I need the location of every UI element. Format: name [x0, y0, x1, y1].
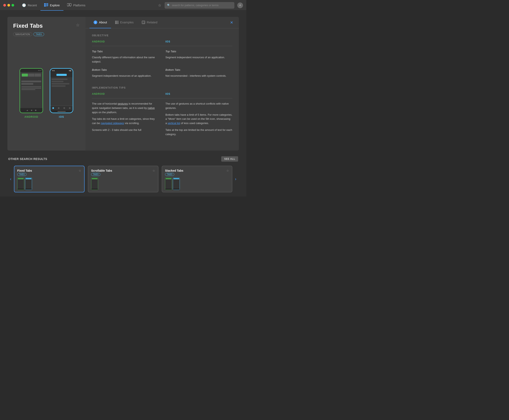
impl-ios-content: The use of gestures as a shortcut confli… — [165, 102, 232, 138]
objective-section: OBJECTIVE ANDROID iOS Top Tabs Classify … — [92, 34, 232, 80]
android-back-button — [26, 110, 28, 111]
ios-label: iOS — [59, 115, 64, 118]
navigated-sideways-link[interactable]: navigated sideways — [101, 122, 124, 125]
results-title: OTHER SEARCH RESULTS — [8, 157, 47, 161]
ios-tab-dot — [52, 107, 54, 109]
preview-android — [165, 178, 172, 190]
result-card-fixed-tabs[interactable]: Fixed Tabs TABS ☆ — [14, 166, 85, 192]
preview-ios — [25, 178, 32, 190]
ios-phone: 9:41 — [50, 68, 73, 113]
result-card-star[interactable]: ☆ — [79, 169, 81, 172]
android-status-dot — [41, 70, 41, 71]
tab-related[interactable]: Related — [138, 17, 162, 28]
result-card-star[interactable]: ☆ — [153, 169, 155, 172]
android-content-block — [21, 88, 41, 89]
result-card-title: Fixed Tabs — [17, 169, 32, 172]
search-bar: 🔍 — [165, 2, 234, 9]
result-card-stacked-tabs[interactable]: Stacked Tabs TABS ☆ — [162, 166, 232, 192]
android-status-bar — [20, 69, 42, 72]
result-card-header: Fixed Tabs TABS ☆ — [17, 169, 81, 176]
avatar[interactable]: A — [237, 2, 243, 8]
preview-ios — [173, 178, 180, 190]
minimize-button[interactable] — [8, 4, 10, 7]
tab-examples[interactable]: Examples — [111, 17, 138, 28]
android-status-dot — [39, 70, 40, 71]
ios-home-bar — [57, 111, 66, 112]
left-panel-header: Fixed Tabs ☆ — [13, 22, 80, 29]
tag-navigation[interactable]: NAVIGATION — [13, 32, 32, 36]
android-tab-active — [22, 74, 28, 76]
results-row: ‹ Fixed Tabs TABS ☆ — [8, 166, 239, 192]
preview-nav — [165, 189, 172, 190]
ios-status-icons — [69, 70, 71, 72]
next-arrow[interactable]: › — [232, 176, 239, 182]
nav-recent[interactable]: 🕐 Recent — [18, 0, 40, 11]
preview-nav — [17, 189, 24, 190]
nav-items: 🕐 Recent Explore — [18, 0, 158, 11]
android-tab — [35, 74, 41, 76]
close-button[interactable] — [3, 4, 6, 7]
preview-inner — [25, 179, 32, 189]
tab-header: i About Examples Related ✕ — [85, 17, 239, 28]
android-tab-bar — [21, 73, 41, 77]
android-bottom-tabs-body: Segment independent resources of an appl… — [92, 74, 159, 78]
preview-inner — [91, 179, 98, 189]
phone-showcase: ANDROID 9:41 — [13, 40, 80, 146]
vertical-list-link[interactable]: vertical list — [168, 122, 180, 125]
search-results-section: OTHER SEARCH RESULTS SEE ALL ‹ Fixed Tab… — [8, 156, 239, 192]
android-content-block — [21, 89, 35, 90]
platforms-icon — [67, 3, 72, 7]
ios-nav-title — [56, 74, 67, 76]
close-panel-button[interactable]: ✕ — [228, 20, 235, 26]
result-cards: Fixed Tabs TABS ☆ — [14, 166, 232, 192]
nav-platforms[interactable]: Platforms — [63, 0, 89, 11]
svg-rect-9 — [70, 6, 71, 6]
result-card-scrollable-tabs[interactable]: Scrollable Tabs TABS ☆ — [88, 166, 158, 192]
ios-bottom-tabs: Bottom Tabs Not recommended - interferes… — [165, 68, 232, 80]
android-top-tabs-body: Classify different types of information … — [92, 55, 159, 64]
search-input[interactable] — [172, 4, 232, 7]
preview-android — [17, 178, 24, 190]
ios-time: 9:41 — [52, 70, 55, 71]
android-content-area — [20, 72, 42, 108]
android-recents-button — [35, 110, 36, 111]
ios-bottom-tabs-title: Bottom Tabs — [165, 68, 232, 72]
impl-android-header: ANDROID — [92, 92, 159, 95]
preview-inner — [173, 179, 180, 189]
svg-rect-7 — [69, 3, 71, 6]
preview-inner — [165, 179, 172, 189]
ios-tab-active — [50, 106, 56, 110]
ios-tab-bar — [50, 106, 73, 110]
svg-rect-2 — [46, 4, 48, 5]
titlebar: 🕐 Recent Explore — [0, 0, 246, 11]
android-header: ANDROID — [92, 40, 159, 43]
divider — [92, 46, 232, 46]
nav-explore[interactable]: Explore — [40, 0, 63, 11]
favorites-star-button[interactable]: ☆ — [158, 3, 161, 8]
result-card-preview — [17, 178, 81, 190]
right-content: OBJECTIVE ANDROID iOS Top Tabs Classify … — [85, 28, 239, 150]
android-phone-wrapper: ANDROID — [20, 68, 43, 118]
impl-ios-text3: Tabs at the top are limited be the amoun… — [165, 128, 232, 137]
result-card-title: Stacked Tabs — [165, 169, 183, 172]
info-icon: i — [93, 21, 97, 24]
result-card-star[interactable]: ☆ — [226, 169, 229, 172]
android-bottom-tabs-title: Bottom Tabs — [92, 68, 159, 72]
pattern-title: Fixed Tabs — [13, 22, 43, 29]
tag-tabs[interactable]: TABS — [33, 32, 44, 36]
clock-icon: 🕐 — [22, 3, 26, 7]
ios-home-indicator — [50, 110, 73, 112]
prev-arrow[interactable]: ‹ — [8, 176, 14, 182]
android-content-block — [21, 86, 41, 87]
ios-signal — [70, 70, 70, 71]
android-bottom-tabs: Bottom Tabs Segment independent resource… — [92, 68, 159, 80]
see-all-button[interactable]: SEE ALL — [221, 156, 238, 162]
ios-content-block — [52, 81, 63, 82]
android-top-tabs-title: Top Tabs — [92, 49, 159, 54]
ios-content-block — [52, 83, 69, 84]
tab-about[interactable]: i About — [90, 17, 111, 28]
pattern-favorite-button[interactable]: ☆ — [76, 22, 80, 28]
explore-icon — [44, 3, 48, 7]
nav-platforms-label: Platforms — [73, 4, 85, 7]
maximize-button[interactable] — [11, 4, 14, 7]
